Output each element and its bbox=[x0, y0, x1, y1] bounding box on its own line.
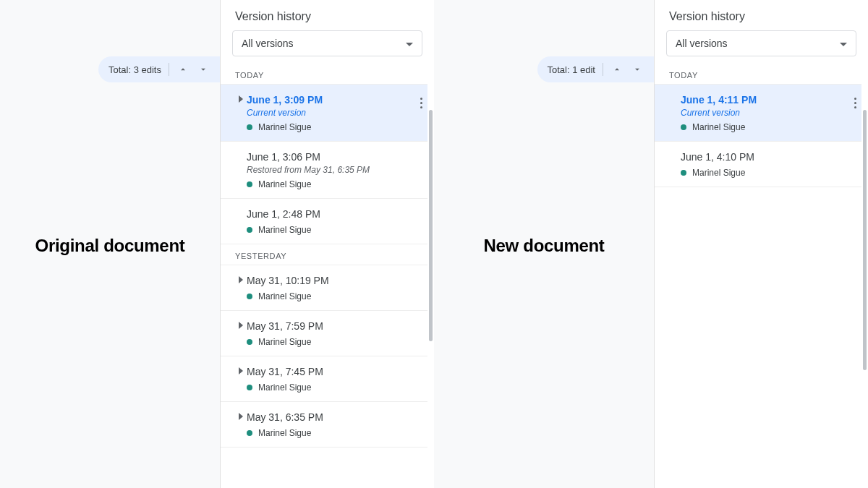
dropdown-label: All versions bbox=[676, 38, 728, 49]
editor-color-dot bbox=[247, 124, 252, 130]
version-entry[interactable]: June 1, 3:06 PMRestored from May 31, 6:3… bbox=[221, 142, 434, 199]
editor-row: Marinel Sigue bbox=[247, 225, 422, 235]
next-edit-button[interactable] bbox=[197, 63, 210, 76]
version-timestamp: June 1, 4:10 PM bbox=[681, 150, 856, 163]
version-entry[interactable]: May 31, 10:19 PMMarinel Sigue bbox=[221, 265, 434, 311]
editor-row: Marinel Sigue bbox=[247, 179, 422, 189]
editor-name: Marinel Sigue bbox=[692, 122, 745, 132]
editor-row: Marinel Sigue bbox=[247, 122, 422, 132]
expand-caret-icon[interactable] bbox=[237, 276, 244, 283]
expand-caret-icon[interactable] bbox=[237, 95, 244, 103]
comparison-label-right: New document bbox=[434, 236, 654, 256]
panel-title: Version history bbox=[655, 0, 868, 30]
editor-name: Marinel Sigue bbox=[258, 382, 311, 393]
version-subtitle: Current version bbox=[247, 108, 422, 118]
versions-filter-dropdown[interactable]: All versions bbox=[232, 30, 422, 56]
right-doc-area: Total: 1 edit New document bbox=[434, 0, 654, 488]
comparison-label-left: Original document bbox=[0, 236, 220, 256]
editor-color-dot bbox=[247, 430, 252, 436]
edit-count-text: Total: 3 edits bbox=[109, 64, 161, 75]
version-timestamp: May 31, 7:45 PM bbox=[247, 365, 422, 378]
right-pane: Total: 1 edit New document Version histo… bbox=[434, 0, 868, 488]
version-subtitle: Restored from May 31, 6:35 PM bbox=[247, 165, 422, 175]
version-timestamp: May 31, 6:35 PM bbox=[247, 411, 422, 424]
editor-color-dot bbox=[681, 124, 686, 130]
version-timestamp: June 1, 4:11 PM bbox=[681, 93, 856, 106]
editor-color-dot bbox=[247, 227, 252, 233]
editor-row: Marinel Sigue bbox=[681, 168, 856, 178]
version-history-panel-right: Version history All versions TODAYJune 1… bbox=[654, 0, 868, 488]
edit-count-text: Total: 1 edit bbox=[548, 64, 596, 75]
expand-caret-icon[interactable] bbox=[237, 322, 244, 329]
version-timestamp: May 31, 7:59 PM bbox=[247, 320, 422, 333]
divider bbox=[603, 63, 603, 76]
editor-name: Marinel Sigue bbox=[258, 122, 311, 132]
chevron-down-icon bbox=[840, 38, 847, 49]
editor-name: Marinel Sigue bbox=[258, 291, 311, 301]
scrollbar-track bbox=[861, 0, 868, 488]
editor-row: Marinel Sigue bbox=[247, 291, 422, 301]
editor-name: Marinel Sigue bbox=[258, 337, 311, 347]
version-entry[interactable]: June 1, 4:10 PMMarinel Sigue bbox=[655, 142, 868, 187]
more-options-icon[interactable] bbox=[417, 95, 425, 111]
version-history-panel-left: Version history All versions TODAYJune 1… bbox=[220, 0, 434, 488]
date-section-label: TODAY bbox=[221, 64, 434, 85]
editor-row: Marinel Sigue bbox=[247, 382, 422, 393]
editor-color-dot bbox=[247, 339, 252, 345]
date-section-label: YESTERDAY bbox=[221, 244, 434, 265]
version-entry[interactable]: May 31, 6:35 PMMarinel Sigue bbox=[221, 402, 434, 448]
version-list-left: TODAYJune 1, 3:09 PMCurrent versionMarin… bbox=[221, 64, 434, 448]
panel-title: Version history bbox=[221, 0, 434, 30]
editor-color-dot bbox=[247, 294, 252, 299]
divider bbox=[169, 63, 169, 76]
dropdown-label: All versions bbox=[242, 38, 294, 49]
version-timestamp: June 1, 3:06 PM bbox=[247, 150, 422, 163]
editor-name: Marinel Sigue bbox=[692, 168, 745, 178]
edit-count-bar: Total: 1 edit bbox=[537, 56, 655, 82]
version-timestamp: May 31, 10:19 PM bbox=[247, 274, 422, 287]
expand-caret-icon[interactable] bbox=[237, 413, 244, 420]
version-timestamp: June 1, 3:09 PM bbox=[247, 93, 422, 106]
editor-name: Marinel Sigue bbox=[258, 179, 311, 189]
date-section-label: TODAY bbox=[655, 64, 868, 85]
version-entry[interactable]: May 31, 7:59 PMMarinel Sigue bbox=[221, 311, 434, 356]
more-options-icon[interactable] bbox=[851, 95, 859, 111]
version-timestamp: June 1, 2:48 PM bbox=[247, 207, 422, 221]
version-entry[interactable]: June 1, 2:48 PMMarinel Sigue bbox=[221, 199, 434, 244]
next-edit-button[interactable] bbox=[631, 63, 644, 76]
version-list-right: TODAYJune 1, 4:11 PMCurrent versionMarin… bbox=[655, 64, 868, 187]
scrollbar-thumb[interactable] bbox=[429, 110, 433, 341]
prev-edit-button[interactable] bbox=[176, 63, 190, 76]
prev-edit-button[interactable] bbox=[610, 63, 624, 76]
edit-count-bar: Total: 3 edits bbox=[98, 56, 220, 82]
editor-color-dot bbox=[247, 181, 252, 187]
version-subtitle: Current version bbox=[681, 108, 856, 118]
editor-row: Marinel Sigue bbox=[681, 122, 856, 132]
scrollbar-thumb[interactable] bbox=[863, 110, 867, 370]
version-entry[interactable]: June 1, 3:09 PMCurrent versionMarinel Si… bbox=[221, 85, 434, 142]
editor-row: Marinel Sigue bbox=[247, 428, 422, 438]
version-entry[interactable]: May 31, 7:45 PMMarinel Sigue bbox=[221, 356, 434, 402]
versions-filter-dropdown[interactable]: All versions bbox=[666, 30, 856, 56]
left-doc-area: Total: 3 edits Original document bbox=[0, 0, 220, 488]
editor-color-dot bbox=[247, 385, 252, 390]
editor-row: Marinel Sigue bbox=[247, 337, 422, 347]
chevron-down-icon bbox=[406, 38, 413, 49]
scrollbar-track bbox=[427, 0, 434, 488]
version-entry[interactable]: June 1, 4:11 PMCurrent versionMarinel Si… bbox=[655, 85, 868, 142]
editor-name: Marinel Sigue bbox=[258, 428, 311, 438]
editor-name: Marinel Sigue bbox=[258, 225, 311, 235]
left-pane: Total: 3 edits Original document Version… bbox=[0, 0, 434, 488]
expand-caret-icon[interactable] bbox=[237, 367, 244, 374]
editor-color-dot bbox=[681, 170, 686, 176]
